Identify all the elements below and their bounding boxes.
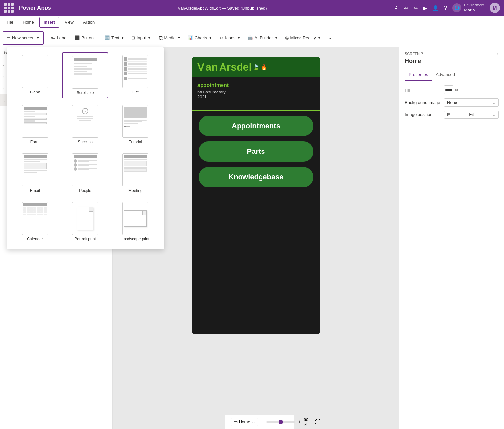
- tab-properties[interactable]: Properties: [405, 69, 432, 81]
- portrait-print-label: Portrait print: [74, 237, 96, 241]
- media-button[interactable]: 🖼 Media ▼: [155, 31, 184, 45]
- info-icon[interactable]: ?: [421, 52, 423, 56]
- main-area: Blank Scrollable: [0, 47, 504, 429]
- screen-option-tutorial[interactable]: Tutorial: [112, 102, 159, 147]
- charts-icon: 📊: [188, 35, 193, 40]
- email-thumbnail: [22, 153, 48, 186]
- select-chevron-icon-2: ⌄: [492, 112, 496, 117]
- fill-value: ✏: [444, 85, 499, 94]
- menubar: File Home Insert View Action: [0, 16, 504, 29]
- screen-option-blank[interactable]: Blank: [12, 52, 58, 98]
- screen-options-grid: Blank Scrollable: [12, 52, 159, 244]
- ai-builder-icon: 🤖: [247, 35, 253, 40]
- zoom-value: 60 %: [304, 417, 312, 427]
- calendar-label: Calendar: [27, 237, 43, 241]
- screen-option-success[interactable]: ✓ Success: [62, 102, 108, 147]
- icons-chevron: ▼: [237, 36, 240, 40]
- icons-button[interactable]: ☺ Icons ▼: [216, 31, 243, 45]
- new-screen-chevron: ▼: [36, 36, 40, 40]
- screen-selector[interactable]: ▭ Home ⌄: [231, 418, 258, 426]
- help-icon[interactable]: ?: [444, 5, 447, 11]
- mixed-reality-icon: ◎: [285, 35, 289, 40]
- zoom-controls: − + 60 % ⛶: [261, 417, 320, 427]
- microphone-icon[interactable]: 🎙: [394, 5, 399, 11]
- expand-canvas-icon[interactable]: ⛶: [315, 419, 320, 425]
- email-label: Email: [30, 188, 40, 193]
- text-icon: 🔤: [105, 35, 110, 40]
- label-icon: 🏷: [51, 35, 55, 40]
- screen-option-meeting[interactable]: Meeting: [112, 151, 159, 195]
- play-icon[interactable]: ▶: [423, 5, 427, 11]
- preview-logo: V an Arsdel 🍃 🔥: [197, 61, 267, 73]
- screen-name: Home: [405, 58, 499, 65]
- ai-builder-button[interactable]: 🤖 AI Builder ▼: [244, 31, 281, 45]
- screen-option-landscape-print[interactable]: Landscape print: [112, 199, 159, 244]
- more-button[interactable]: ⌄: [325, 31, 335, 45]
- date-label: 2021: [197, 94, 315, 99]
- color-bar: [445, 89, 452, 91]
- input-button[interactable]: ⊟ Input ▼: [128, 31, 154, 45]
- screen-option-portrait-print[interactable]: Portrait print: [62, 199, 108, 244]
- toolbar-sep-2: [99, 33, 99, 43]
- titlebar: Power Apps VanArsdelAppWithEdit — Saved …: [0, 0, 504, 16]
- bg-image-label: Background image: [405, 100, 444, 105]
- screen-option-scrollable[interactable]: Scrollable: [62, 52, 108, 98]
- menu-home[interactable]: Home: [19, 17, 38, 28]
- parts-button[interactable]: Parts: [199, 141, 313, 162]
- env-icon: 🌐: [452, 3, 461, 12]
- img-position-label: Image position: [405, 112, 444, 117]
- input-icon: ⊟: [131, 35, 135, 40]
- avatar[interactable]: M: [490, 3, 500, 13]
- screen-option-people[interactable]: People: [62, 151, 108, 195]
- success-label: Success: [78, 140, 92, 144]
- titlebar-right: 🎙 ↩ ↪ ▶ 👤 ? 🌐 Environment Maria M: [394, 3, 500, 13]
- fill-color-swatch[interactable]: [444, 85, 453, 94]
- zoom-slider[interactable]: [266, 421, 295, 423]
- zoom-minus-button[interactable]: −: [261, 419, 264, 425]
- tutorial-label: Tutorial: [129, 140, 142, 144]
- meeting-label: Meeting: [128, 188, 143, 193]
- label-button[interactable]: 🏷 Label: [48, 31, 71, 45]
- screen-option-form[interactable]: Form: [12, 102, 58, 147]
- knowledgebase-button[interactable]: Knowledgebase: [199, 167, 313, 187]
- portrait-print-thumbnail: [72, 202, 98, 235]
- media-icon: 🖼: [158, 35, 163, 40]
- user-check-icon[interactable]: 👤: [432, 5, 439, 11]
- text-button[interactable]: 🔤 Text ▼: [101, 31, 127, 45]
- screen-option-list[interactable]: List: [112, 52, 159, 98]
- env-text: Environment Maria: [464, 3, 484, 13]
- zoom-plus-button[interactable]: +: [298, 419, 301, 425]
- fill-edit-icon[interactable]: ✏: [455, 87, 459, 93]
- grid-icon[interactable]: [4, 3, 14, 13]
- redo-icon[interactable]: ↪: [414, 5, 418, 11]
- logo-text: V: [197, 61, 204, 73]
- image-position-row: Image position ⊞ Fit ⌄: [405, 111, 499, 119]
- success-thumbnail: ✓: [72, 105, 98, 138]
- expand-right-icon[interactable]: ›: [497, 51, 499, 56]
- form-label: Form: [30, 140, 40, 144]
- undo-icon[interactable]: ↩: [404, 5, 408, 11]
- scrollable-thumbnail: [72, 56, 98, 89]
- menu-view[interactable]: View: [61, 17, 78, 28]
- charts-button[interactable]: 📊 Charts ▼: [184, 31, 215, 45]
- tutorial-thumbnail: [122, 105, 148, 138]
- tab-advanced[interactable]: Advanced: [432, 69, 459, 81]
- button-button[interactable]: ⬛ Button: [71, 31, 97, 45]
- app-title: VanArsdelAppWithEdit — Saved (Unpublishe…: [55, 6, 390, 10]
- preview-buttons: Appointments Parts Knowledgebase: [192, 116, 320, 187]
- img-position-select[interactable]: ⊞ Fit ⌄: [444, 111, 499, 119]
- toolbar-sep-1: [46, 33, 46, 43]
- titlebar-action-icons: 🎙 ↩ ↪ ▶ 👤 ?: [394, 5, 447, 11]
- mixed-reality-button[interactable]: ◎ Mixed Reality ▼: [282, 31, 324, 45]
- screen-option-email[interactable]: Email: [12, 151, 58, 195]
- screen-option-calendar[interactable]: ◀ ▶ Calendar: [12, 199, 58, 244]
- menu-insert[interactable]: Insert: [39, 17, 59, 28]
- menu-file[interactable]: File: [3, 17, 17, 28]
- blank-label: Blank: [30, 90, 40, 94]
- new-screen-button[interactable]: ▭ New screen ▼: [3, 31, 44, 45]
- menu-action[interactable]: Action: [79, 17, 99, 28]
- appointments-button[interactable]: Appointments: [199, 116, 313, 136]
- ai-builder-chevron: ▼: [275, 36, 278, 40]
- bg-image-select[interactable]: None ⌄: [444, 98, 499, 107]
- right-panel-header: SCREEN ? › Home: [399, 47, 504, 69]
